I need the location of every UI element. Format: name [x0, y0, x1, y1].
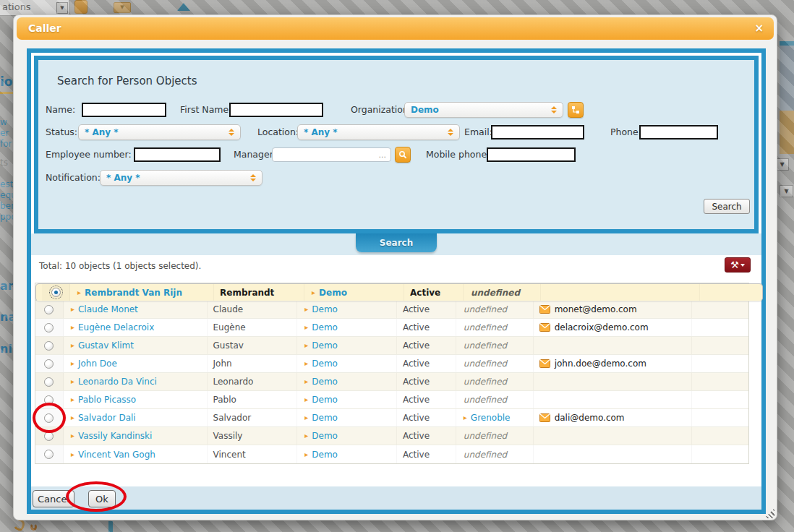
status-cell: Active	[397, 445, 456, 463]
search-tab[interactable]: Search	[356, 233, 437, 252]
organization-cell: ▸Demo	[297, 319, 397, 336]
row-radio-button[interactable]	[44, 395, 54, 405]
form-row: Notification: * Any *	[38, 170, 754, 186]
close-icon[interactable]: ×	[754, 17, 764, 40]
search-button[interactable]: Search	[704, 199, 750, 214]
row-radio-button[interactable]	[44, 305, 54, 314]
name-field[interactable]	[82, 103, 166, 117]
organization-link[interactable]: Demo	[312, 413, 338, 423]
cancel-button[interactable]: Cancel	[33, 490, 74, 507]
organization-link[interactable]: Demo	[312, 304, 338, 314]
location-select[interactable]: * Any *	[297, 124, 460, 140]
email-field[interactable]	[491, 125, 584, 140]
row-radio-button[interactable]	[44, 323, 54, 332]
radio-cell	[35, 445, 64, 463]
dialog-titlebar[interactable]: Caller ×	[17, 17, 774, 40]
link-arrow-icon: ▸	[304, 306, 308, 313]
organization-tree-button[interactable]	[568, 102, 584, 118]
location-select-value: * Any *	[304, 127, 443, 137]
phone-cell	[692, 337, 748, 354]
link-arrow-icon: ▸	[77, 289, 81, 296]
row-radio-button[interactable]	[44, 341, 54, 351]
row-radio-button[interactable]	[44, 377, 54, 387]
dialog-content-frame: Search for Person Objects Name: First Na…	[27, 48, 766, 514]
person-link[interactable]: Vassily Kandinski	[78, 431, 152, 441]
person-link[interactable]: John Doe	[78, 359, 117, 369]
background-text-fragment: ations	[2, 1, 31, 12]
email-icon	[539, 305, 550, 314]
manager-field[interactable]: ...	[272, 147, 391, 162]
person-cell: ▸Eugène Delacroix	[64, 319, 208, 336]
first-name-cell: Rembrandt	[214, 284, 304, 301]
location-link[interactable]: Grenoble	[471, 413, 511, 423]
first-name-cell: Gustav	[208, 337, 298, 354]
link-arrow-icon: ▸	[304, 342, 308, 349]
person-cell: ▸Vincent Van Gogh	[64, 445, 208, 463]
location-cell: undefined	[456, 373, 534, 390]
notification-select[interactable]: * Any *	[100, 170, 262, 186]
organization-link[interactable]: Demo	[312, 359, 338, 369]
select-arrows-icon	[551, 106, 557, 113]
resize-grip[interactable]	[764, 508, 774, 518]
radio-cell	[35, 319, 64, 336]
organization-link[interactable]: Demo	[312, 322, 338, 332]
organization-cell: ▸Demo	[297, 391, 397, 408]
organization-link[interactable]: Demo	[312, 431, 338, 441]
person-link[interactable]: Leonardo Da Vinci	[78, 377, 157, 387]
person-cell: ▸Pablo Picasso	[64, 391, 208, 408]
organization-link[interactable]: Demo	[312, 377, 338, 387]
email-cell: delacroix@demo.com	[534, 319, 693, 336]
table-row: ▸Claude MonetClaude▸DemoActiveundefinedm…	[35, 301, 748, 319]
email-cell: dali@demo.com	[534, 409, 693, 426]
location-undefined-text: undefined	[464, 431, 507, 441]
organization-select[interactable]: Demo	[404, 102, 563, 118]
organization-label: Organization:	[351, 102, 411, 118]
phone-cell	[700, 284, 756, 301]
first-name-cell: Claude	[208, 301, 298, 318]
first-name-label: First Name:	[180, 102, 231, 118]
dialog-footer	[31, 486, 761, 510]
row-radio-button[interactable]	[44, 450, 54, 459]
organization-link[interactable]: Demo	[312, 450, 338, 460]
organization-link[interactable]: Demo	[312, 395, 338, 405]
results-table: Person First Name Organization Status Lo…	[35, 283, 749, 464]
first-name-cell: Pablo	[208, 391, 298, 408]
first-name-field[interactable]	[229, 103, 323, 117]
person-link[interactable]: Salvador Dali	[78, 413, 136, 423]
row-radio-button[interactable]	[51, 288, 61, 297]
phone-field[interactable]	[639, 125, 718, 140]
organization-link[interactable]: Demo	[312, 340, 338, 351]
ok-button[interactable]: Ok	[88, 490, 116, 507]
person-link[interactable]: Pablo Picasso	[78, 395, 136, 405]
radio-cell	[35, 337, 64, 354]
row-radio-button[interactable]	[44, 413, 54, 423]
link-arrow-icon: ▸	[304, 324, 308, 331]
email-cell	[534, 391, 693, 408]
location-cell: undefined	[456, 319, 534, 336]
ellipsis-text: ...	[379, 150, 387, 160]
table-tools-button[interactable]: ⚒	[725, 257, 751, 273]
notification-select-value: * Any *	[106, 173, 246, 183]
manager-lookup-button[interactable]	[395, 147, 411, 163]
person-link[interactable]: Claude Monet	[78, 304, 138, 314]
mobile-phone-field[interactable]	[487, 147, 576, 162]
background-orange-dropdown: ▼	[114, 2, 131, 13]
person-link[interactable]: Eugène Delacroix	[78, 322, 154, 332]
phone-cell	[692, 355, 748, 372]
organization-cell: ▸Demo	[304, 284, 404, 301]
background-orange-button	[74, 0, 87, 14]
person-link[interactable]: Rembrandt Van Rijn	[85, 288, 182, 298]
person-link[interactable]: Vincent Van Gogh	[78, 450, 155, 460]
employee-number-field[interactable]	[134, 147, 221, 162]
link-arrow-icon: ▸	[71, 360, 74, 367]
status-select[interactable]: * Any *	[78, 124, 241, 140]
chevron-down-icon	[740, 264, 745, 267]
first-name-cell: Salvador	[208, 409, 298, 426]
magnifier-icon	[398, 148, 407, 162]
organization-cell: ▸Demo	[297, 355, 397, 372]
row-radio-button[interactable]	[44, 359, 54, 369]
table-row: ▸Pablo PicassoPablo▸DemoActiveundefined	[35, 391, 748, 409]
person-link[interactable]: Gustav Klimt	[78, 340, 134, 351]
organization-link[interactable]: Demo	[319, 288, 347, 298]
row-radio-button[interactable]	[44, 432, 54, 441]
